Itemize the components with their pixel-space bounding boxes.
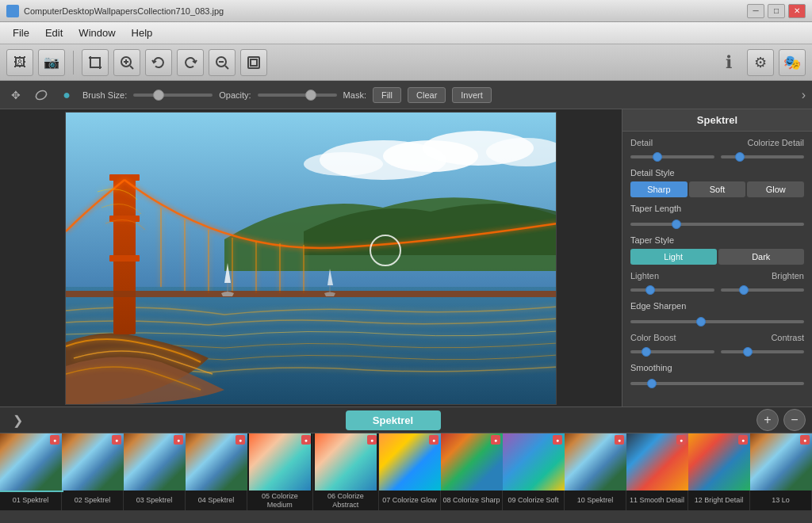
brush-size-slider[interactable] — [133, 94, 213, 97]
color-boost-label: Color Boost — [630, 333, 676, 342]
menu-help[interactable]: Help — [124, 24, 161, 42]
opacity-label: Opacity: — [219, 90, 251, 100]
filmstrip-label-4: 04 Spektrel — [197, 491, 236, 510]
invert-button[interactable]: Invert — [452, 87, 492, 103]
move-tool[interactable]: ✥ — [6, 86, 25, 105]
detail-style-group: Sharp Soft Glow — [630, 181, 804, 197]
detail-sliders — [630, 150, 804, 162]
image-tool-button[interactable]: 🖼 — [6, 49, 33, 76]
crop-tool-button[interactable] — [82, 49, 109, 76]
svg-rect-8 — [251, 59, 257, 66]
menu-file[interactable]: File — [5, 24, 37, 42]
canvas-area[interactable] — [0, 109, 622, 407]
filmstrip-item-1[interactable]: ●01 Spektrel — [0, 433, 62, 510]
color-boost-slider[interactable] — [630, 350, 714, 353]
filmstrip-item-6[interactable]: ●06 Colorize Abstract — [313, 433, 379, 510]
taper-length-slider[interactable] — [630, 223, 804, 226]
brighten-slider[interactable] — [721, 288, 805, 292]
remove-tab-button[interactable]: − — [783, 409, 806, 431]
filmstrip-item-11[interactable]: ●11 Smooth Detail — [626, 433, 688, 510]
canvas-image — [65, 112, 557, 405]
maximize-button[interactable]: □ — [768, 4, 785, 18]
taper-style-group: Light Dark — [630, 249, 804, 265]
contrast-label: Contrast — [771, 333, 804, 342]
close-button[interactable]: ✕ — [788, 4, 806, 18]
more-options-arrow[interactable]: › — [802, 88, 806, 102]
tab-controls: + − — [756, 409, 806, 431]
menu-edit[interactable]: Edit — [37, 24, 71, 42]
filmstrip-item-13[interactable]: ●13 Lo — [750, 433, 812, 510]
soft-style-button[interactable]: Soft — [689, 181, 746, 197]
opacity-slider[interactable] — [258, 94, 337, 97]
film-badge-10: ● — [615, 435, 624, 445]
film-badge-4: ● — [236, 435, 245, 445]
info-button[interactable]: ℹ — [715, 49, 742, 76]
contrast-slider[interactable] — [721, 350, 805, 353]
lighten-sliders — [630, 283, 804, 295]
tab-arrow-left[interactable]: ❯ — [6, 413, 29, 428]
dark-style-button[interactable]: Dark — [718, 249, 805, 265]
filmstrip-item-10[interactable]: ●10 Spektrel — [565, 433, 626, 510]
taper-style-row: Taper Style Light Dark — [630, 235, 804, 265]
settings-button[interactable]: ⚙ — [747, 49, 774, 76]
clear-button[interactable]: Clear — [408, 87, 446, 103]
filmstrip-item-3[interactable]: ●03 Spektrel — [124, 433, 186, 510]
lighten-half — [630, 283, 714, 295]
rotate-left-button[interactable] — [145, 49, 172, 76]
filmstrip-label-7: 07 Colorize Glow — [381, 491, 439, 510]
window-controls: ─ □ ✕ — [747, 4, 806, 18]
filmstrip-item-5[interactable]: ●05 Colorize Medium — [247, 433, 313, 510]
filmstrip-item-8[interactable]: ●08 Colorize Sharp — [441, 433, 503, 510]
app-icon — [6, 5, 19, 17]
menu-window[interactable]: Window — [71, 24, 123, 42]
zoom-in-button[interactable] — [113, 49, 140, 76]
filmstrip-label-3: 03 Spektrel — [135, 491, 174, 510]
smoothing-slider[interactable] — [630, 382, 804, 385]
window-title: ComputerDesktopWallpapersCollection710_0… — [24, 6, 742, 16]
glow-style-button[interactable]: Glow — [747, 181, 804, 197]
edge-sharpen-label: Edge Sharpen — [630, 301, 804, 311]
filmstrip: ●01 Spektrel●02 Spektrel●03 Spektrel●04 … — [0, 433, 812, 510]
add-tab-button[interactable]: + — [756, 409, 779, 431]
detail-style-row: Detail Style Sharp Soft Glow — [630, 168, 804, 197]
brush-size-label: Brush Size: — [82, 90, 127, 100]
minimize-button[interactable]: ─ — [747, 4, 764, 18]
film-badge-9: ● — [553, 435, 562, 445]
filmstrip-item-9[interactable]: ●09 Colorize Soft — [503, 433, 565, 510]
brighten-half — [721, 283, 805, 295]
filmstrip-item-2[interactable]: ●02 Spektrel — [62, 433, 124, 510]
detail-slider[interactable] — [630, 155, 714, 158]
lighten-slider[interactable] — [630, 288, 714, 292]
filmstrip-item-12[interactable]: ●12 Bright Detail — [688, 433, 750, 510]
mask-label: Mask: — [343, 90, 366, 100]
light-style-button[interactable]: Light — [630, 249, 717, 265]
filmstrip-label-11: 11 Smooth Detail — [628, 491, 686, 510]
rotate-right-button[interactable] — [177, 49, 204, 76]
zoom-out-button[interactable] — [209, 49, 236, 76]
camera-tool-button[interactable]: 📷 — [38, 49, 65, 76]
colorize-detail-half — [721, 150, 805, 162]
share-button[interactable]: 🎭 — [779, 49, 806, 76]
brush-tool[interactable]: ● — [57, 86, 76, 105]
filmstrip-label-13: 13 Lo — [770, 491, 791, 510]
fill-button[interactable]: Fill — [373, 87, 401, 103]
edge-sharpen-slider[interactable] — [630, 320, 804, 323]
fit-screen-button[interactable] — [240, 49, 267, 76]
eraser-tool[interactable] — [32, 86, 51, 105]
svg-line-1 — [130, 66, 133, 69]
film-badge-8: ● — [491, 435, 500, 445]
color-boost-labels: Color Boost Contrast — [630, 333, 804, 342]
filmstrip-label-10: 10 Spektrel — [576, 491, 615, 510]
taper-length-label: Taper Length — [630, 204, 804, 213]
tab-spektrel[interactable]: Spektrel — [346, 410, 441, 430]
svg-point-13 — [304, 152, 383, 176]
lighten-label: Lighten — [630, 271, 659, 281]
title-bar: ComputerDesktopWallpapersCollection710_0… — [0, 0, 812, 22]
filmstrip-item-7[interactable]: ●07 Colorize Glow — [379, 433, 441, 510]
film-badge-13: ● — [800, 435, 810, 445]
main-content: Spektrel Detail Colorize Detail — [0, 109, 812, 407]
lighten-labels: Lighten Brighten — [630, 271, 804, 281]
colorize-detail-slider[interactable] — [721, 155, 805, 158]
filmstrip-item-4[interactable]: ●04 Spektrel — [186, 433, 247, 510]
sharp-style-button[interactable]: Sharp — [630, 181, 688, 197]
